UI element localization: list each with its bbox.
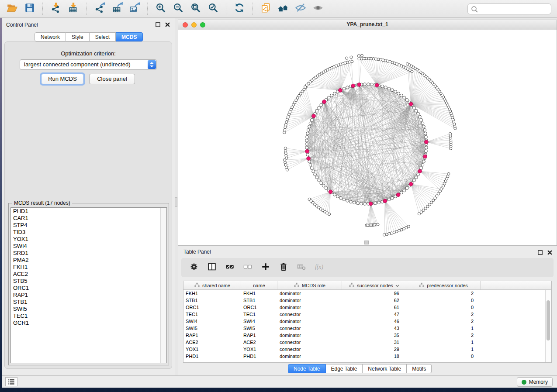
graph-node[interactable] bbox=[339, 196, 343, 199]
table-cell[interactable]: PHD1 bbox=[241, 353, 277, 360]
table-cell[interactable]: YOX1 bbox=[241, 346, 277, 353]
graph-node[interactable] bbox=[305, 139, 308, 142]
graph-edge[interactable] bbox=[384, 201, 385, 235]
graph-node[interactable] bbox=[318, 107, 321, 110]
graph-dominator-node[interactable] bbox=[425, 140, 429, 144]
graph-node[interactable] bbox=[422, 125, 426, 128]
graph-leaf-node[interactable] bbox=[284, 128, 286, 131]
graph-node[interactable] bbox=[320, 182, 323, 185]
mcds-result-item[interactable]: PHD1 bbox=[11, 208, 166, 215]
graph-edge[interactable] bbox=[411, 184, 440, 192]
graph-node[interactable] bbox=[424, 132, 427, 135]
graph-node[interactable] bbox=[413, 107, 416, 110]
table-row[interactable]: TEC1TEC1connector472 bbox=[183, 311, 551, 318]
graph-node[interactable] bbox=[325, 187, 328, 190]
graph-node[interactable] bbox=[405, 99, 408, 102]
graph-edge[interactable] bbox=[361, 58, 377, 85]
table-cell[interactable]: 1 bbox=[406, 346, 481, 353]
mcds-result-item[interactable]: SRD1 bbox=[11, 250, 166, 257]
graph-edge[interactable] bbox=[411, 79, 429, 104]
graph-edge[interactable] bbox=[411, 184, 428, 206]
graph-node[interactable] bbox=[370, 83, 374, 86]
graph-edge[interactable] bbox=[411, 92, 439, 104]
tab-select[interactable]: Select bbox=[90, 32, 116, 41]
graph-node[interactable] bbox=[327, 96, 330, 99]
mcds-result-item[interactable]: STB1 bbox=[11, 299, 166, 306]
table-cell[interactable]: 31 bbox=[342, 339, 406, 346]
graph-dominator-node[interactable] bbox=[329, 190, 332, 194]
graph-edge[interactable] bbox=[426, 142, 451, 148]
zoom-selected-button[interactable] bbox=[204, 1, 222, 16]
zoom-fit-button[interactable] bbox=[187, 1, 204, 16]
graph-edge[interactable] bbox=[420, 171, 442, 188]
graph-leaf-node[interactable] bbox=[346, 57, 348, 59]
graph-node[interactable] bbox=[367, 83, 370, 86]
graph-dominator-node[interactable] bbox=[409, 102, 413, 106]
table-cell[interactable]: ACE2 bbox=[183, 339, 241, 346]
table-cell[interactable]: 0 bbox=[406, 297, 481, 304]
table-cell[interactable]: 96 bbox=[342, 290, 406, 297]
graph-edge[interactable] bbox=[385, 201, 397, 231]
graph-edge[interactable] bbox=[420, 171, 446, 181]
graph-node[interactable] bbox=[343, 87, 346, 90]
table-cell[interactable]: dominator bbox=[277, 290, 342, 297]
table-cell[interactable]: 47 bbox=[342, 311, 406, 318]
export-table-button[interactable] bbox=[108, 1, 126, 16]
graph-node[interactable] bbox=[336, 195, 339, 198]
table-cell[interactable]: 2 bbox=[406, 290, 481, 297]
table-row[interactable]: FKH1FKH1dominator962 bbox=[183, 290, 551, 297]
graph-leaf-node[interactable] bbox=[284, 124, 287, 126]
open-session-button[interactable] bbox=[3, 1, 21, 16]
graph-node[interactable] bbox=[387, 198, 391, 201]
graph-dominator-node[interactable] bbox=[375, 83, 379, 87]
table-cell[interactable]: connector bbox=[277, 325, 342, 332]
graph-edge[interactable] bbox=[287, 158, 309, 167]
table-cell[interactable]: 35 bbox=[342, 332, 406, 339]
import-table-button[interactable] bbox=[65, 1, 82, 16]
table-row[interactable]: SWI5SWI5connector431 bbox=[183, 325, 551, 332]
graph-edge[interactable] bbox=[411, 75, 424, 104]
graph-node[interactable] bbox=[421, 163, 424, 166]
table-cell[interactable]: YOX1 bbox=[183, 346, 241, 353]
mcds-result-item[interactable]: TID3 bbox=[11, 229, 166, 236]
graph-leaf-node[interactable] bbox=[440, 188, 443, 190]
split-view-button[interactable] bbox=[207, 262, 217, 273]
graph-leaf-node[interactable] bbox=[286, 118, 288, 121]
graph-node[interactable] bbox=[309, 163, 312, 166]
graph-edge[interactable] bbox=[411, 184, 433, 200]
graph-leaf-node[interactable] bbox=[377, 223, 379, 226]
table-cell[interactable]: dominator bbox=[277, 318, 342, 325]
graph-node[interactable] bbox=[425, 146, 428, 149]
table-row[interactable]: YOX1YOX1connector291 bbox=[183, 346, 551, 353]
float-table-panel-icon[interactable] bbox=[537, 249, 543, 257]
mcds-result-item[interactable]: TEC1 bbox=[11, 313, 166, 320]
graph-leaf-node[interactable] bbox=[358, 58, 360, 60]
graph-node[interactable] bbox=[381, 85, 384, 88]
zoom-out-button[interactable] bbox=[170, 1, 187, 16]
export-network-button[interactable] bbox=[91, 1, 108, 16]
graph-edge[interactable] bbox=[308, 83, 340, 90]
column-header-MCDS-role[interactable]: MCDS role bbox=[277, 281, 342, 289]
mcds-result-item[interactable]: PMA2 bbox=[11, 257, 166, 264]
graph-dominator-node[interactable] bbox=[418, 169, 422, 173]
graph-node[interactable] bbox=[346, 86, 349, 89]
graph-dominator-node[interactable] bbox=[312, 114, 316, 118]
window-maximize-icon[interactable] bbox=[200, 22, 205, 28]
deselect-all-rows-button[interactable] bbox=[242, 262, 253, 273]
graph-leaf-node[interactable] bbox=[357, 55, 360, 57]
mcds-result-item[interactable]: ACE2 bbox=[11, 271, 166, 278]
save-session-button[interactable] bbox=[21, 1, 38, 16]
mcds-result-item[interactable]: YOX1 bbox=[11, 236, 166, 243]
table-cell[interactable]: RAP1 bbox=[241, 332, 277, 339]
graph-edge[interactable] bbox=[385, 201, 401, 230]
table-row[interactable]: SWI4SWI4dominator462 bbox=[183, 318, 551, 325]
graph-node[interactable] bbox=[415, 176, 418, 179]
graph-node[interactable] bbox=[405, 187, 408, 190]
graph-edge[interactable] bbox=[304, 89, 314, 116]
graph-node[interactable] bbox=[322, 184, 325, 187]
table-cell[interactable]: SWI5 bbox=[183, 325, 241, 332]
graph-edge[interactable] bbox=[314, 79, 340, 90]
table-cell[interactable]: STB1 bbox=[241, 297, 277, 304]
graph-leaf-node[interactable] bbox=[285, 121, 288, 124]
graph-edge[interactable] bbox=[385, 201, 389, 234]
